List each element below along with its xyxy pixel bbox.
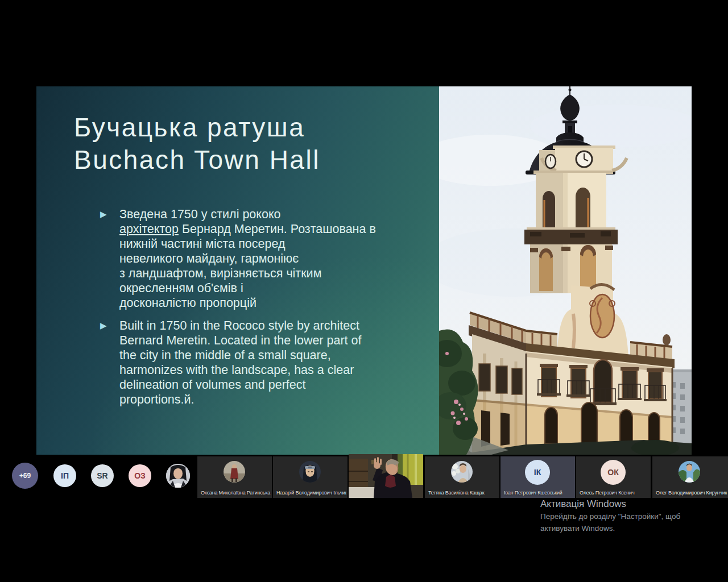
speaker-video-art <box>349 454 423 498</box>
participant-avatar <box>679 461 700 483</box>
slide-title-line-uk: Бучацька ратуша <box>74 111 320 144</box>
participant-initials-badge[interactable]: ІП <box>53 464 76 487</box>
participant-photo-badge[interactable] <box>166 464 190 488</box>
meeting-screen: Бучацька ратуша Buchach Town Hall ▶ Звед… <box>0 0 728 582</box>
presentation-slide: Бучацька ратуша Buchach Town Hall ▶ Звед… <box>36 86 692 455</box>
man-outdoors-avatar-art <box>679 461 700 483</box>
tile-name-label: Тетяна Василівна Кащак <box>428 490 498 496</box>
tile-name-label: Іван Петрович Кшевський <box>504 490 574 496</box>
bullet-list: ▶ Зведена 1750 у стилі рококо архітектор… <box>100 207 376 407</box>
tile-name-label: Назарій Володимирович Ільчишин <box>276 490 346 496</box>
more-participants-badge[interactable]: +69 <box>12 463 38 489</box>
architect-link: архітектор <box>119 222 179 236</box>
bullet-arrow-icon: ▶ <box>100 207 119 222</box>
woman-flowers-avatar-art <box>451 461 473 483</box>
participant-tile[interactable]: ОК Олесь Петрович Ксенич <box>576 456 651 498</box>
tile-name-label: Олесь Петрович Ксенич <box>580 490 650 496</box>
town-hall-photo <box>439 86 692 455</box>
participant-tile[interactable]: Назарій Володимирович Ільчишин <box>273 456 348 498</box>
participant-tile[interactable]: Оксана Миколаївна Ратинська <box>197 456 272 498</box>
bullet-item-uk: ▶ Зведена 1750 у стилі рококо архітектор… <box>100 207 376 310</box>
video-strip: +69 ІП SR ОЗ <box>0 456 728 498</box>
slide-text-panel: Бучацька ратуша Buchach Town Hall ▶ Звед… <box>36 86 439 455</box>
speaker-video-tile[interactable] <box>349 454 423 498</box>
anime-avatar-art <box>299 461 321 483</box>
tile-name-label: Олег Володимирович Кирунчик <box>656 490 727 496</box>
woman-avatar-art <box>166 464 190 488</box>
participant-tile[interactable]: ІК Іван Петрович Кшевський <box>500 456 575 498</box>
watermark-line: Перейдіть до розділу "Настройки", щоб <box>540 510 680 522</box>
windows-activation-watermark: Активація Windows Перейдіть до розділу "… <box>540 498 680 534</box>
participant-avatar <box>299 461 321 483</box>
participant-initials-avatar: ІК <box>525 460 550 485</box>
participant-avatar <box>451 461 473 483</box>
slide-title-line-en: Buchach Town Hall <box>74 144 320 176</box>
bullet-arrow-icon: ▶ <box>100 318 119 333</box>
town-hall-photo-art <box>439 86 692 455</box>
participant-tile[interactable]: Тетяна Василівна Кащак <box>425 456 499 498</box>
watermark-title: Активація Windows <box>540 498 680 510</box>
participant-tile[interactable]: Олег Володимирович Кирунчик <box>652 456 728 498</box>
bullet-text-uk: Зведена 1750 у стилі рококо архітектор Б… <box>119 207 376 310</box>
slide-title: Бучацька ратуша Buchach Town Hall <box>74 111 320 176</box>
watermark-line: активувати Windows. <box>540 522 680 534</box>
bullet-item-en: ▶ Built in 1750 in the Rococo style by a… <box>100 318 376 407</box>
participant-avatar <box>224 461 245 483</box>
participant-initials-badge[interactable]: ОЗ <box>129 464 151 487</box>
bullet-text-en: Built in 1750 in the Rococo style by arc… <box>119 318 361 407</box>
participant-initials-badge[interactable]: SR <box>91 464 114 487</box>
participant-initials-avatar: ОК <box>601 460 626 485</box>
outdoor-avatar-art <box>224 461 245 483</box>
tile-name-label: Оксана Миколаївна Ратинська <box>201 490 271 496</box>
